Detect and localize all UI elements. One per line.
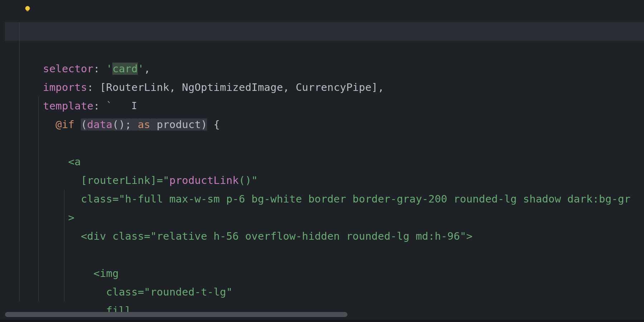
code-line[interactable]: fill (5, 227, 644, 245)
code-line[interactable]: @Component({ (5, 4, 644, 22)
status-bar (0, 320, 644, 322)
code-line[interactable]: <img (5, 190, 644, 208)
code-line[interactable]: template: ` I (5, 59, 644, 78)
code-line[interactable]: [routerLink]="productLink()" (5, 115, 644, 134)
scrollbar-thumb[interactable] (5, 312, 347, 317)
code-line[interactable]: @if (data(); as product) { (5, 78, 644, 97)
code-line[interactable]: priority (5, 245, 644, 264)
code-line[interactable]: [ngSrc]="product.thumbnail" (5, 264, 644, 283)
horizontal-scrollbar[interactable] (5, 312, 639, 317)
code-line[interactable]: imports: [RouterLink, NgOptimizedImage, … (5, 41, 644, 59)
code-line[interactable]: > (5, 152, 644, 171)
code-editor[interactable]: @Component({ selector: 'card', imports: … (0, 0, 644, 322)
code-line[interactable]: selector: 'card', (5, 22, 644, 41)
code-line[interactable]: <div class="relative h-56 overflow-hidde… (5, 171, 644, 190)
code-line[interactable]: class="h-full max-w-sm p-6 bg-white bord… (5, 134, 644, 152)
code-line[interactable]: class="rounded-t-lg" (5, 208, 644, 227)
code-line[interactable]: <a (5, 97, 644, 115)
code-line[interactable]: [attr.alt]="productAltText()" (5, 283, 644, 301)
